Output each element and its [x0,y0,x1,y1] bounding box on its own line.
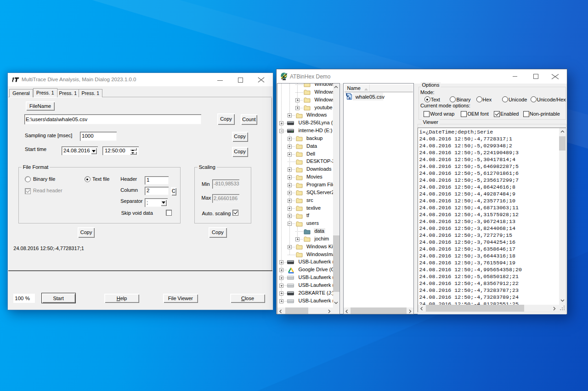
svg-text:a: a [349,96,351,100]
